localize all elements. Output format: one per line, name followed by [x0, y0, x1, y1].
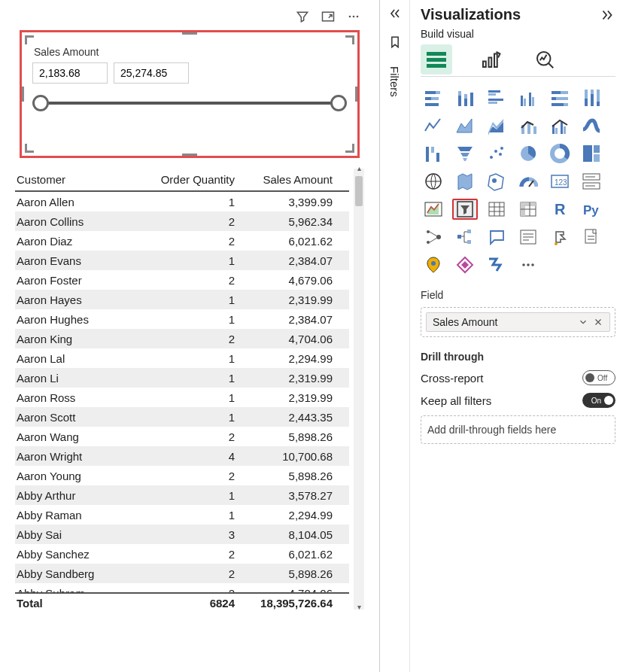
smart-narrative-icon[interactable] — [515, 227, 541, 248]
powerapps-icon[interactable] — [452, 254, 478, 275]
table-row[interactable]: Aaron Allen 1 3,399.99 — [15, 192, 349, 211]
drill-through-dropzone[interactable]: Add drill-through fields here — [421, 415, 615, 444]
pie-icon[interactable] — [515, 143, 541, 164]
table-row[interactable]: Abby Sandberg 2 5,898.26 — [15, 564, 349, 583]
gauge-icon[interactable] — [515, 171, 541, 192]
scroll-down-icon[interactable]: ▾ — [354, 603, 364, 611]
table-row[interactable]: Aaron Collins 2 5,962.34 — [15, 211, 349, 231]
table-row[interactable]: Aaron Evans 1 2,384.07 — [15, 251, 349, 270]
table-visual[interactable]: Customer Order Quantity Sales Amount Aar… — [15, 169, 364, 610]
matrix-icon[interactable] — [515, 199, 541, 220]
table-row[interactable]: Aaron Li 1 2,319.99 — [15, 368, 349, 388]
table-scrollbar[interactable]: ▴ ▾ — [354, 169, 364, 610]
clustered-bar-icon[interactable] — [484, 87, 509, 108]
qa-visual-icon[interactable] — [484, 227, 509, 248]
funnel-icon[interactable] — [452, 143, 478, 164]
slider-handle-max[interactable] — [330, 95, 347, 111]
filters-pane-collapsed[interactable]: Filters — [380, 0, 410, 672]
build-tab-fields[interactable] — [421, 44, 452, 74]
arcgis-icon[interactable] — [421, 254, 446, 275]
clustered-column-icon[interactable] — [515, 87, 541, 108]
resize-handle[interactable] — [25, 144, 34, 153]
resize-handle[interactable] — [345, 144, 354, 153]
resize-handle[interactable] — [345, 35, 354, 44]
table-row[interactable]: Aaron Foster 2 4,679.06 — [15, 270, 349, 290]
area-chart-icon[interactable] — [452, 115, 478, 136]
r-visual-icon[interactable]: R — [547, 199, 573, 220]
hundred-stacked-bar-icon[interactable] — [547, 87, 573, 108]
col-sales-amount[interactable]: Sales Amount — [235, 173, 333, 186]
bookmark-icon[interactable] — [387, 35, 403, 50]
line-clustered-column-icon[interactable] — [547, 115, 573, 136]
slicer-visual[interactable]: Sales Amount — [20, 30, 360, 158]
resize-handle[interactable] — [25, 35, 34, 44]
col-order-qty[interactable]: Order Quantity — [137, 173, 235, 186]
stacked-bar-icon[interactable] — [421, 87, 446, 108]
keep-filters-toggle[interactable]: On — [582, 393, 615, 408]
waterfall-icon[interactable] — [421, 143, 446, 164]
kpi-icon[interactable] — [421, 199, 446, 220]
remove-field-icon[interactable] — [593, 317, 603, 327]
card-icon[interactable]: 123 — [547, 171, 573, 192]
stacked-column-icon[interactable] — [452, 87, 478, 108]
field-well[interactable]: Sales Amount — [421, 307, 615, 337]
table-row[interactable]: Aaron Diaz 2 6,021.62 — [15, 231, 349, 251]
line-stacked-column-icon[interactable] — [515, 115, 541, 136]
map-icon[interactable] — [421, 171, 446, 192]
filter-icon[interactable] — [295, 9, 310, 24]
filled-map-icon[interactable] — [452, 171, 478, 192]
table-row[interactable]: Abby Sai 3 8,104.05 — [15, 525, 349, 544]
resize-handle[interactable] — [355, 87, 357, 102]
table-row[interactable]: Aaron Wang 2 5,898.26 — [15, 427, 349, 446]
table-row[interactable]: Aaron Young 2 5,898.26 — [15, 466, 349, 485]
table-row[interactable]: Abby Subram 2 4,704.06 — [15, 583, 349, 592]
table-row[interactable]: Aaron Hayes 1 2,319.99 — [15, 290, 349, 309]
table-row[interactable]: Abby Arthur 1 3,578.27 — [15, 485, 349, 505]
scroll-thumb[interactable] — [355, 176, 363, 206]
paginated-report-icon[interactable] — [579, 227, 604, 248]
more-options-icon[interactable] — [346, 9, 361, 24]
slicer-max-input[interactable] — [114, 62, 189, 84]
table-row[interactable]: Aaron Lal 1 2,294.99 — [15, 348, 349, 368]
table-row[interactable]: Aaron Scott 1 2,443.35 — [15, 407, 349, 427]
goals-icon[interactable] — [547, 227, 573, 248]
table-row[interactable]: Aaron King 2 4,704.06 — [15, 329, 349, 348]
hundred-stacked-column-icon[interactable] — [579, 87, 604, 108]
multi-row-card-icon[interactable] — [579, 171, 604, 192]
resize-handle[interactable] — [182, 154, 197, 156]
get-more-visuals-icon[interactable] — [515, 254, 541, 275]
table-row[interactable]: Aaron Hughes 1 2,384.07 — [15, 309, 349, 329]
table-row[interactable]: Abby Raman 1 2,294.99 — [15, 505, 349, 525]
line-chart-icon[interactable] — [421, 115, 446, 136]
build-tab-format[interactable] — [475, 44, 506, 74]
decomposition-tree-icon[interactable] — [452, 227, 478, 248]
scatter-icon[interactable] — [484, 143, 509, 164]
ribbon-chart-icon[interactable] — [579, 115, 604, 136]
scroll-up-icon[interactable]: ▴ — [354, 164, 364, 172]
slicer-slider[interactable] — [40, 102, 339, 105]
focus-mode-icon[interactable] — [321, 9, 336, 24]
build-tab-analytics[interactable] — [529, 44, 561, 74]
resize-handle[interactable] — [182, 32, 197, 35]
collapse-icon[interactable] — [387, 6, 403, 21]
cross-report-toggle[interactable]: Off — [582, 370, 615, 385]
slicer-min-input[interactable] — [32, 62, 108, 84]
key-influencers-icon[interactable] — [421, 227, 446, 248]
resize-handle[interactable] — [22, 87, 24, 102]
treemap-icon[interactable] — [579, 143, 604, 164]
field-chip-sales-amount[interactable]: Sales Amount — [426, 312, 610, 332]
shape-map-icon[interactable] — [484, 171, 509, 192]
donut-icon[interactable] — [547, 143, 573, 164]
slider-handle-min[interactable] — [32, 95, 49, 111]
table-icon[interactable] — [484, 199, 509, 220]
stacked-area-icon[interactable] — [484, 115, 509, 136]
table-row[interactable]: Aaron Wright 4 10,700.68 — [15, 446, 349, 466]
power-automate-icon[interactable] — [484, 254, 509, 275]
py-visual-icon[interactable]: Py — [579, 199, 604, 220]
slicer-icon[interactable] — [452, 199, 478, 220]
col-customer[interactable]: Customer — [17, 173, 137, 186]
table-row[interactable]: Abby Sanchez 2 6,021.62 — [15, 544, 349, 564]
chevron-down-icon[interactable] — [578, 317, 588, 327]
filters-label[interactable]: Filters — [388, 66, 401, 97]
table-row[interactable]: Aaron Ross 1 2,319.99 — [15, 388, 349, 407]
